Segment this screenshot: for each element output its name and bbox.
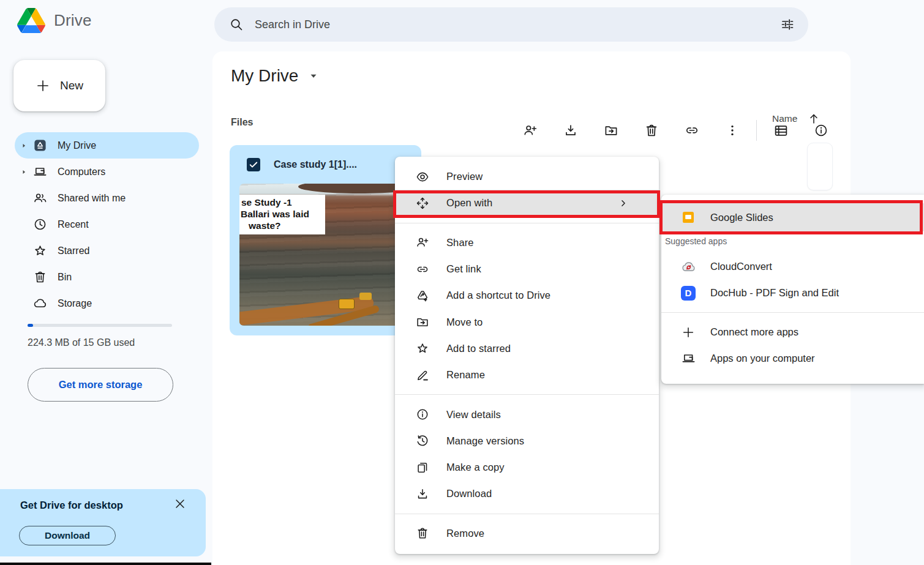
search-icon[interactable] <box>229 17 244 32</box>
menu-item-share[interactable]: Share <box>395 230 659 256</box>
search-input[interactable]: Search in Drive <box>255 18 780 31</box>
sidebar-item-storage[interactable]: Storage <box>15 290 199 316</box>
menu-item-label: Remove <box>446 528 484 539</box>
storage-progress-fill <box>28 324 33 327</box>
move-to-folder-button[interactable] <box>591 116 631 144</box>
menu-item-rename[interactable]: Rename <box>395 362 659 388</box>
storage-usage-text: 224.3 MB of 15 GB used <box>28 337 135 348</box>
sort-label: Name <box>772 113 797 124</box>
file-card-case-study[interactable]: Case study 1[1].... se Study -1 Ballari … <box>230 145 421 335</box>
sidebar-nav: My Drive Computers Shared with me Recent… <box>0 132 211 316</box>
add-shortcut-icon <box>415 289 430 302</box>
selected-checkbox[interactable] <box>247 158 260 171</box>
submenu-item-label: DocHub - PDF Sign and Edit <box>710 287 839 299</box>
expand-caret-icon[interactable] <box>20 142 28 149</box>
open-with-icon <box>415 196 430 210</box>
sidebar-item-bin[interactable]: Bin <box>15 264 199 290</box>
expand-caret-icon[interactable] <box>20 168 28 176</box>
arrow-up-icon[interactable] <box>807 112 821 125</box>
menu-item-label: Preview <box>446 171 483 182</box>
clock-icon <box>32 217 48 231</box>
menu-item-label: Get link <box>446 263 481 275</box>
context-menu: Preview Open with Share Get link Add a s… <box>395 157 659 554</box>
sidebar-item-recent[interactable]: Recent <box>15 211 199 238</box>
storage-progress-bar <box>28 324 172 327</box>
menu-item-remove[interactable]: Remove <box>395 520 659 547</box>
menu-item-label: Make a copy <box>446 462 505 473</box>
eye-icon <box>415 170 430 184</box>
sidebar-item-starred[interactable]: Starred <box>15 238 199 264</box>
thumbnail-excavator <box>359 293 372 300</box>
sidebar-item-label: Computers <box>58 167 105 178</box>
drive-desktop-banner: Get Drive for desktop Download <box>0 489 206 556</box>
menu-item-label: Add a shortcut to Drive <box>446 290 550 301</box>
sidebar-item-label: Bin <box>58 272 72 283</box>
thumbnail-truck <box>339 299 355 309</box>
scroll-ghost-panel <box>807 143 833 190</box>
new-button-label: New <box>60 79 83 92</box>
file-title: Case study 1[1].... <box>274 159 357 170</box>
download-button[interactable] <box>550 116 591 144</box>
menu-item-add-shortcut[interactable]: Add a shortcut to Drive <box>395 282 659 309</box>
thumbnail-caption-line: se Study -1 <box>241 196 321 208</box>
menu-item-get-link[interactable]: Get link <box>395 256 659 282</box>
menu-item-open-with[interactable]: Open with <box>395 190 659 216</box>
menu-separator <box>395 223 659 223</box>
shared-people-icon <box>32 191 48 205</box>
submenu-item-cloudconvert[interactable]: CloudConvert <box>661 253 924 280</box>
get-link-button[interactable] <box>672 116 712 144</box>
close-icon[interactable] <box>171 495 189 512</box>
sort-by-name-control[interactable]: Name <box>772 112 821 125</box>
sidebar-item-my-drive[interactable]: My Drive <box>15 132 199 159</box>
submenu-item-label: Google Slides <box>710 212 773 223</box>
submenu-chevron-icon <box>617 197 629 209</box>
dochub-icon: D <box>680 286 696 301</box>
info-icon <box>415 408 430 421</box>
history-icon <box>415 434 430 447</box>
computers-icon <box>32 165 48 179</box>
submenu-item-label: CloudConvert <box>710 261 772 272</box>
plus-icon <box>36 78 50 93</box>
menu-item-download[interactable]: Download <box>395 481 659 507</box>
search-bar[interactable]: Search in Drive <box>214 7 808 42</box>
menu-item-preview[interactable]: Preview <box>395 163 659 190</box>
plus-icon <box>680 326 696 339</box>
more-actions-button[interactable] <box>712 116 753 144</box>
chevron-down-icon <box>308 70 319 81</box>
menu-item-add-to-starred[interactable]: Add to starred <box>395 335 659 362</box>
share-person-add-button[interactable] <box>510 116 550 144</box>
menu-item-manage-versions[interactable]: Manage versions <box>395 428 659 454</box>
file-card-header: Case study 1[1].... <box>230 145 421 184</box>
banner-title: Get Drive for desktop <box>20 500 123 511</box>
banner-download-button[interactable]: Download <box>19 526 116 545</box>
menu-item-label: Rename <box>446 369 485 381</box>
menu-item-label: Move to <box>446 316 483 328</box>
sidebar-item-label: Starred <box>58 245 89 256</box>
delete-button[interactable] <box>631 116 672 144</box>
submenu-item-label: Connect more apps <box>710 326 798 338</box>
submenu-item-google-slides[interactable]: Google Slides <box>661 203 924 231</box>
sidebar-item-label: Storage <box>58 298 92 309</box>
cloud-icon <box>32 296 48 310</box>
search-options-icon[interactable] <box>780 17 795 32</box>
sidebar-item-label: Recent <box>58 219 89 230</box>
new-button[interactable]: New <box>13 60 105 111</box>
get-more-storage-button[interactable]: Get more storage <box>28 368 173 402</box>
submenu-item-apps-on-your-computer[interactable]: Apps on your computer <box>661 345 924 372</box>
submenu-item-connect-more-apps[interactable]: Connect more apps <box>661 319 924 345</box>
drive-logo-icon[interactable] <box>17 8 45 33</box>
cloudconvert-icon <box>680 259 696 274</box>
submenu-item-dochub[interactable]: D DocHub - PDF Sign and Edit <box>661 280 924 306</box>
app-logo-row: Drive <box>17 8 92 33</box>
menu-item-move-to[interactable]: Move to <box>395 309 659 335</box>
sidebar-item-computers[interactable]: Computers <box>15 159 199 185</box>
sidebar-item-shared-with-me[interactable]: Shared with me <box>15 185 199 211</box>
thumbnail-caption-line: waste? <box>249 220 321 231</box>
menu-item-view-details[interactable]: View details <box>395 401 659 427</box>
menu-item-label: Open with <box>446 197 492 209</box>
person-add-icon <box>415 236 430 249</box>
menu-item-make-a-copy[interactable]: Make a copy <box>395 454 659 481</box>
menu-item-label: Manage versions <box>446 435 524 447</box>
my-drive-icon <box>32 138 48 152</box>
page-title-dropdown[interactable]: My Drive <box>231 66 319 86</box>
